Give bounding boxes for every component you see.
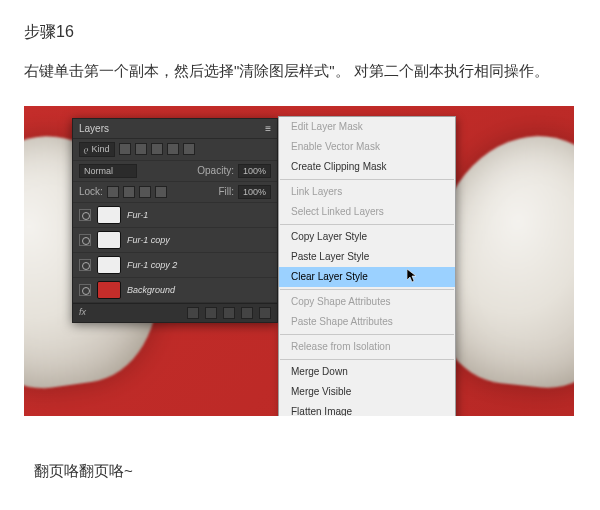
- fill-label: Fill:: [218, 186, 234, 197]
- menu-item: Enable Vector Mask: [279, 137, 455, 157]
- lock-icon-2[interactable]: [123, 186, 135, 198]
- visibility-eye-icon[interactable]: [79, 284, 91, 296]
- fx-icon[interactable]: fx: [79, 307, 86, 319]
- opacity-label: Opacity:: [197, 165, 234, 176]
- layer-kind-filter[interactable]: 𝜌 Kind: [79, 142, 115, 157]
- layer-row[interactable]: Background: [73, 278, 277, 303]
- panel-menu-icon[interactable]: ≡: [265, 123, 271, 134]
- filter-icon-3[interactable]: [151, 143, 163, 155]
- layer-list: Fur-1Fur-1 copyFur-1 copy 2Background: [73, 203, 277, 303]
- lock-icon-3[interactable]: [139, 186, 151, 198]
- menu-item[interactable]: Copy Layer Style: [279, 227, 455, 247]
- filter-icon-4[interactable]: [167, 143, 179, 155]
- visibility-eye-icon[interactable]: [79, 234, 91, 246]
- menu-item: Copy Shape Attributes: [279, 292, 455, 312]
- menu-item: Release from Isolation: [279, 337, 455, 357]
- layer-thumbnail: [97, 231, 121, 249]
- footer-btn-5[interactable]: [259, 307, 271, 319]
- step-description: 右键单击第一个副本，然后选择"清除图层样式"。 对第二个副本执行相同操作。: [24, 57, 576, 86]
- menu-separator: [280, 224, 454, 225]
- menu-item[interactable]: Paste Layer Style: [279, 247, 455, 267]
- visibility-eye-icon[interactable]: [79, 259, 91, 271]
- lock-row: Lock: Fill: 100%: [73, 182, 277, 203]
- layer-thumbnail: [97, 206, 121, 224]
- menu-item: Select Linked Layers: [279, 202, 455, 222]
- menu-item[interactable]: Merge Down: [279, 362, 455, 382]
- visibility-eye-icon[interactable]: [79, 209, 91, 221]
- footer-btn-4[interactable]: [241, 307, 253, 319]
- footer-btn-3[interactable]: [223, 307, 235, 319]
- layers-filter-row: 𝜌 Kind: [73, 139, 277, 161]
- layer-thumbnail: [97, 256, 121, 274]
- lock-icon-4[interactable]: [155, 186, 167, 198]
- layers-panel[interactable]: Layers ≡ 𝜌 Kind Normal Opacity: 100% Loc…: [72, 118, 278, 323]
- menu-item[interactable]: Create Clipping Mask: [279, 157, 455, 177]
- menu-item[interactable]: Flatten Image: [279, 402, 455, 416]
- layer-name: Fur-1 copy 2: [127, 260, 177, 270]
- step-title: 步骤16: [24, 22, 576, 43]
- layer-row[interactable]: Fur-1: [73, 203, 277, 228]
- menu-item: Edit Layer Mask: [279, 117, 455, 137]
- layer-name: Fur-1 copy: [127, 235, 170, 245]
- menu-separator: [280, 289, 454, 290]
- filter-icon-2[interactable]: [135, 143, 147, 155]
- menu-separator: [280, 334, 454, 335]
- menu-separator: [280, 359, 454, 360]
- blend-mode-select[interactable]: Normal: [79, 164, 137, 178]
- footer-note: 翻页咯翻页咯~: [34, 462, 576, 481]
- footer-btn-2[interactable]: [205, 307, 217, 319]
- menu-item: Paste Shape Attributes: [279, 312, 455, 332]
- cursor-icon: [407, 269, 419, 287]
- filter-icon-1[interactable]: [119, 143, 131, 155]
- screenshot-canvas: Layers ≡ 𝜌 Kind Normal Opacity: 100% Loc…: [24, 106, 574, 416]
- layer-row[interactable]: Fur-1 copy: [73, 228, 277, 253]
- layers-panel-footer: fx: [73, 303, 277, 322]
- layer-thumbnail: [97, 281, 121, 299]
- menu-item: Link Layers: [279, 182, 455, 202]
- menu-item[interactable]: Clear Layer Style: [279, 267, 455, 287]
- layers-panel-header[interactable]: Layers ≡: [73, 119, 277, 139]
- context-menu[interactable]: Edit Layer MaskEnable Vector MaskCreate …: [278, 116, 456, 416]
- layers-panel-title: Layers: [79, 123, 109, 134]
- footer-btn-1[interactable]: [187, 307, 199, 319]
- blend-row: Normal Opacity: 100%: [73, 161, 277, 182]
- lock-label: Lock:: [79, 186, 103, 197]
- filter-icon-5[interactable]: [183, 143, 195, 155]
- layer-name: Fur-1: [127, 210, 148, 220]
- opacity-value[interactable]: 100%: [238, 164, 271, 178]
- layer-name: Background: [127, 285, 175, 295]
- fill-value[interactable]: 100%: [238, 185, 271, 199]
- menu-separator: [280, 179, 454, 180]
- lock-icon-1[interactable]: [107, 186, 119, 198]
- menu-item[interactable]: Merge Visible: [279, 382, 455, 402]
- layer-row[interactable]: Fur-1 copy 2: [73, 253, 277, 278]
